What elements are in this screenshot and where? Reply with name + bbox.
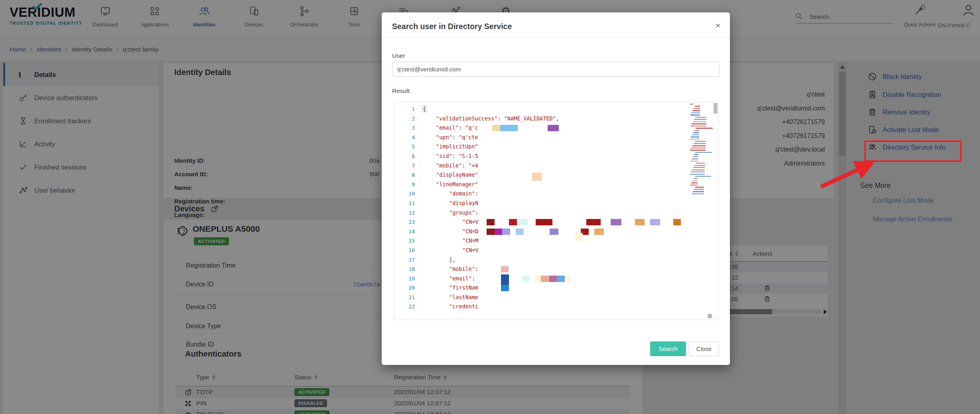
editor-minimap[interactable] [689,104,712,195]
editor-scrollbar-thumb[interactable] [714,103,718,114]
code-line: 21"lastName [394,293,718,302]
redaction-block [500,125,518,131]
code-line: 4"upn": "q'cte [394,133,718,142]
modal-title: Search user in Directory Service [392,22,512,31]
editor-scroll-corner [708,314,712,318]
code-line: 14"CN=D [394,227,718,237]
code-line: 6"sid": "S-1-5 [394,152,718,161]
redaction-block [541,276,548,282]
annotation-arrow [810,154,874,233]
annotation-highlight-box [864,140,962,162]
code-line: 11"displayN [394,199,718,208]
code-line: 1{ [394,104,718,114]
close-button[interactable]: Close [689,341,719,356]
user-field-label: User [392,52,405,59]
redaction-block [501,285,509,291]
redaction-block [586,219,601,225]
code-line: 5"implicitUpn" [394,142,718,152]
code-line: 15"CN=M [394,236,718,246]
code-line: 12"groups": [394,208,718,218]
redaction-block [535,276,541,282]
close-icon[interactable]: × [716,21,720,30]
redaction-block [594,229,604,235]
redaction-block [487,229,495,235]
code-line: 18"mobile": [394,264,718,274]
code-line: 16"CN=V [394,246,718,255]
screen: VERIDIUM TRUSTED DIGITAL IDENTITY Dashbo… [0,0,980,414]
code-line: 17], [394,255,718,265]
redaction-block [501,266,509,272]
editor-code: 1{2"validationSuccess": "NAME_VALIDATED"… [394,104,718,311]
code-line: 8"displayName" [394,170,718,180]
redaction-block [673,219,681,225]
code-line: 20"firstNam [394,283,718,293]
redaction-block [549,276,557,282]
redaction-block [509,219,517,225]
code-line: 10"domain": [394,189,718,199]
redaction-block [517,219,528,225]
user-input[interactable] [392,62,720,77]
redaction-block [611,219,621,225]
redaction-block [575,233,583,241]
redaction-block [487,219,495,225]
redaction-block [565,276,570,282]
redaction-block [650,219,660,225]
redaction-block [522,276,530,282]
code-line: 13"CN=V [394,217,718,227]
redaction-block [516,229,524,235]
code-line: 19"email": [394,274,718,284]
code-line: 3"email": "q'c [394,123,718,133]
redaction-block [557,276,565,282]
search-button[interactable]: Search [650,341,686,356]
code-line: 7"mobile": "+4 [394,161,718,171]
directory-search-modal: Search user in Directory Service × User … [382,12,730,365]
redaction-block [502,229,510,235]
redaction-block [635,219,645,225]
redaction-block [495,229,502,235]
redaction-block [492,125,500,131]
code-line: 2"validationSuccess": "NAME_VALIDATED", [394,114,718,124]
result-label: Result [392,87,410,95]
code-line: 9"lineManager" [394,180,718,189]
code-line: 22"credenti [394,302,718,311]
redaction-block [548,125,559,131]
redaction-block [550,229,558,235]
redaction-block [536,219,552,225]
result-json-editor[interactable]: 1{2"validationSuccess": "NAME_VALIDATED"… [394,102,719,320]
